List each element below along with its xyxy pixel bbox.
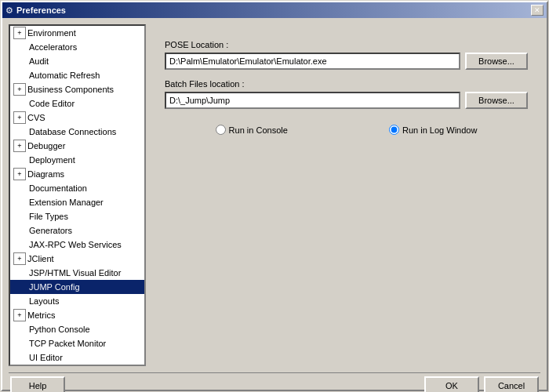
run-in-log-radio[interactable] — [389, 125, 399, 135]
tree-item-jump-config[interactable]: JUMP Config — [10, 280, 144, 294]
tree-item-deployment[interactable]: Deployment — [10, 153, 144, 167]
tree-label-cvs: CVS — [27, 111, 45, 124]
tree-label-automatic-refresh: Automatic Refresh — [29, 69, 100, 82]
tree-label-ui-editor: UI Editor — [29, 351, 63, 364]
tree-label-debugger: Debugger — [27, 140, 65, 152]
close-button[interactable]: ✕ — [531, 5, 544, 16]
expander-business-components[interactable]: + — [13, 83, 26, 96]
window-content: +EnvironmentAcceleratorsAuditAutomatic R… — [2, 18, 547, 392]
tree-label-accelerators: Accelerators — [29, 41, 77, 53]
run-in-console-label[interactable]: Run in Console — [216, 125, 288, 135]
tree-label-jclient: JClient — [27, 252, 54, 265]
tree-label-extension-manager: Extension Manager — [29, 196, 104, 209]
tree-item-metrics[interactable]: +Metrics — [10, 308, 144, 322]
window-title: Preferences — [16, 5, 66, 15]
tree-label-environment: Environment — [27, 27, 76, 39]
preferences-window: ⚙ Preferences ✕ +EnvironmentAccelerators… — [1, 1, 548, 391]
pose-label: POSE Location : — [165, 40, 528, 49]
expander-cvs[interactable]: + — [13, 111, 26, 124]
pose-input[interactable] — [165, 53, 460, 70]
batch-input[interactable] — [165, 92, 460, 109]
tree-item-documentation[interactable]: Documentation — [10, 181, 144, 195]
tree-label-jump-config: JUMP Config — [29, 281, 80, 293]
pose-location-group: POSE Location : Browse... — [165, 40, 528, 70]
tree-item-layouts[interactable]: Layouts — [10, 294, 144, 308]
tree-label-file-types: File Types — [29, 210, 68, 223]
right-panel: POSE Location : Browse... Batch Files lo… — [152, 24, 540, 366]
tree-label-jsp-html: JSP/HTML Visual Editor — [29, 267, 121, 279]
ok-button[interactable]: OK — [424, 376, 479, 392]
tree-label-business-components: Business Components — [27, 83, 114, 96]
run-in-console-radio[interactable] — [216, 125, 226, 135]
tree-label-python-console: Python Console — [29, 323, 90, 336]
pose-browse-button[interactable]: Browse... — [465, 53, 528, 70]
tree-label-database-connections: Database Connections — [29, 125, 116, 138]
expander-jclient[interactable]: + — [13, 252, 26, 265]
title-bar-icon: ⚙ — [5, 5, 13, 16]
main-area: +EnvironmentAcceleratorsAuditAutomatic R… — [9, 24, 540, 366]
tree-label-jax-rpc: JAX-RPC Web Services — [29, 238, 122, 251]
tree-item-jsp-html[interactable]: JSP/HTML Visual Editor — [10, 266, 144, 280]
tree-label-tcp-packet: TCP Packet Monitor — [29, 337, 106, 350]
tree-item-jax-rpc[interactable]: JAX-RPC Web Services — [10, 238, 144, 252]
run-in-log-label[interactable]: Run in Log Window — [389, 125, 477, 135]
tree-item-debugger[interactable]: +Debugger — [10, 139, 144, 153]
tree-item-diagrams[interactable]: +Diagrams — [10, 167, 144, 181]
tree-label-layouts: Layouts — [29, 295, 60, 307]
tree-item-environment[interactable]: +Environment — [10, 26, 144, 40]
run-in-console-text: Run in Console — [229, 125, 288, 135]
tree-item-python-console[interactable]: Python Console — [10, 322, 144, 336]
tree-item-automatic-refresh[interactable]: Automatic Refresh — [10, 68, 144, 82]
tree-item-generators[interactable]: Generators — [10, 223, 144, 238]
tree-label-generators: Generators — [29, 224, 72, 237]
tree-label-code-editor: Code Editor — [29, 97, 75, 110]
tree-label-diagrams: Diagrams — [27, 168, 64, 180]
help-button[interactable]: Help — [10, 376, 65, 392]
tree-item-audit[interactable]: Audit — [10, 54, 144, 68]
pose-row: Browse... — [165, 53, 528, 70]
cancel-button[interactable]: Cancel — [484, 376, 539, 392]
batch-label: Batch Files location : — [165, 79, 528, 89]
expander-debugger[interactable]: + — [13, 140, 26, 152]
tree-item-jclient[interactable]: +JClient — [10, 252, 144, 266]
tree-label-audit: Audit — [29, 55, 49, 67]
title-bar: ⚙ Preferences ✕ — [2, 2, 547, 18]
tree-item-cvs[interactable]: +CVS — [10, 111, 144, 125]
expander-diagrams[interactable]: + — [13, 168, 26, 180]
batch-row: Browse... — [165, 92, 528, 109]
tree-item-tcp-packet[interactable]: TCP Packet Monitor — [10, 336, 144, 350]
batch-browse-button[interactable]: Browse... — [465, 92, 528, 109]
tree-label-deployment: Deployment — [29, 154, 75, 166]
tree-label-metrics: Metrics — [27, 309, 55, 321]
tree-item-extension-manager[interactable]: Extension Manager — [10, 195, 144, 209]
run-mode-group: Run in Console Run in Log Window — [165, 125, 528, 135]
tree-item-file-types[interactable]: File Types — [10, 209, 144, 223]
expander-metrics[interactable]: + — [13, 309, 26, 321]
tree-item-code-editor[interactable]: Code Editor — [10, 96, 144, 111]
batch-location-group: Batch Files location : Browse... — [165, 79, 528, 109]
tree-item-accelerators[interactable]: Accelerators — [10, 40, 144, 54]
title-bar-controls: ✕ — [531, 5, 544, 16]
bottom-right-buttons: OK Cancel — [424, 376, 539, 392]
bottom-bar: Help OK Cancel — [9, 372, 540, 392]
tree-item-database-connections[interactable]: Database Connections — [10, 125, 144, 139]
run-in-log-text: Run in Log Window — [402, 125, 477, 135]
tree-panel[interactable]: +EnvironmentAcceleratorsAuditAutomatic R… — [9, 24, 146, 366]
expander-environment[interactable]: + — [13, 27, 26, 39]
tree-item-ui-editor[interactable]: UI Editor — [10, 350, 144, 365]
tree-label-documentation: Documentation — [29, 182, 87, 194]
tree-item-business-components[interactable]: +Business Components — [10, 82, 144, 96]
